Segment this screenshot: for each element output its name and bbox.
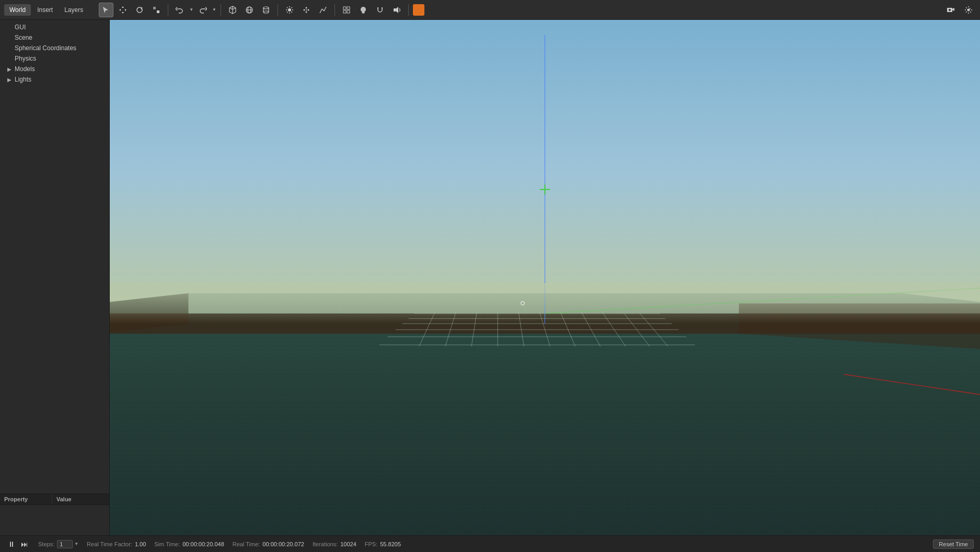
menu-bar: World Insert Layers ▼ [0, 0, 980, 20]
steps-stepper: ▼ [57, 540, 78, 548]
iterations-value: 10024 [340, 541, 356, 547]
undo-dropdown[interactable]: ▼ [189, 7, 193, 12]
pause-control: ⏸ ⏭ [6, 539, 30, 549]
main-content: GUI Scene Spherical Coordinates Physics … [0, 20, 980, 535]
redo-dropdown[interactable]: ▼ [212, 7, 216, 12]
lights-label: Lights [15, 76, 31, 83]
real-time: Real Time: 00:00:00:20.072 [233, 541, 304, 547]
redo-button[interactable] [195, 3, 210, 17]
svg-line-15 [287, 7, 288, 8]
svg-rect-78 [110, 283, 980, 324]
realtime-time-label: Real Time: [233, 541, 260, 547]
toolbar-sep-4 [335, 4, 335, 16]
translate-tool-button[interactable] [116, 3, 130, 17]
steps-control: Steps: ▼ [38, 540, 78, 548]
steps-arrow[interactable]: ▼ [74, 542, 78, 546]
light2-button[interactable] [356, 3, 371, 17]
realtime-time-value: 00:00:00:20.072 [262, 541, 304, 547]
sidebar-item-physics[interactable]: Physics [0, 53, 109, 64]
scene-label: Scene [15, 34, 32, 41]
sidebar-item-lights[interactable]: ▶ Lights [0, 74, 109, 85]
menu-tabs: World Insert Layers [4, 4, 88, 16]
sun-button[interactable] [282, 3, 297, 17]
menu-tab-layers[interactable]: Layers [59, 4, 88, 16]
svg-marker-40 [110, 314, 980, 535]
expand-icon: ▶ [6, 66, 13, 72]
audio-button[interactable] [389, 3, 404, 17]
simtime-value: 00:00:00:20.048 [182, 541, 224, 547]
iterations-label: Iterations: [313, 541, 338, 547]
sidebar-item-models[interactable]: ▶ Models [0, 64, 109, 74]
menu-tab-insert[interactable]: Insert [32, 4, 58, 16]
scale-tool-button[interactable] [149, 3, 164, 17]
sphere-button[interactable] [242, 3, 257, 17]
svg-rect-30 [347, 10, 350, 13]
svg-line-16 [292, 12, 293, 13]
toolbar-sep-1 [168, 4, 168, 16]
steps-input[interactable] [57, 540, 73, 548]
realtime-value: 1.00 [135, 541, 146, 547]
svg-rect-34 [394, 8, 396, 12]
sidebar: GUI Scene Spherical Coordinates Physics … [0, 20, 110, 535]
toolbar: ▼ ▼ [99, 3, 976, 17]
pause-button[interactable]: ⏸ [6, 539, 17, 549]
svg-point-21 [308, 9, 309, 10]
lines-button[interactable] [316, 3, 330, 17]
iterations: Iterations: 10024 [313, 541, 356, 547]
svg-line-18 [287, 12, 288, 13]
camera-button[interactable] [943, 3, 958, 17]
toolbar-sep-3 [278, 4, 278, 16]
fps-label: FPS: [365, 541, 377, 547]
spherical-coordinates-label: Spherical Coordinates [15, 44, 76, 52]
step-next-button[interactable]: ⏭ [19, 539, 30, 549]
viewport[interactable] [110, 20, 980, 535]
svg-point-22 [306, 11, 307, 13]
svg-point-20 [306, 7, 307, 8]
fps: FPS: 55.8205 [365, 541, 401, 547]
status-bar: ⏸ ⏭ Steps: ▼ Real Time Factor: 1.00 Sim … [0, 535, 980, 552]
magnet-button[interactable] [373, 3, 387, 17]
value-column-header: Value [52, 494, 109, 504]
gui-label: GUI [15, 24, 26, 31]
svg-rect-28 [347, 7, 350, 9]
steps-label: Steps: [38, 541, 54, 547]
svg-rect-27 [343, 7, 346, 9]
undo-button[interactable] [172, 3, 187, 17]
svg-rect-2 [157, 10, 159, 13]
properties-panel: Property Value [0, 493, 109, 535]
sim-time: Sim Time: 00:00:00:20.048 [154, 541, 224, 547]
svg-rect-1 [153, 7, 156, 9]
select-tool-button[interactable] [99, 3, 113, 17]
realtime-factor: Real Time Factor: 1.00 [87, 541, 146, 547]
sidebar-item-spherical-coordinates[interactable]: Spherical Coordinates [0, 43, 109, 53]
svg-line-24 [320, 9, 322, 13]
menu-tab-world[interactable]: World [4, 4, 31, 16]
material-button[interactable] [413, 4, 424, 16]
mesh-button[interactable] [339, 3, 354, 17]
property-column-header: Property [0, 494, 52, 504]
svg-point-10 [288, 8, 291, 12]
rotate-tool-button[interactable] [132, 3, 147, 17]
sidebar-tree: GUI Scene Spherical Coordinates Physics … [0, 20, 109, 493]
physics-label: Physics [15, 55, 36, 62]
svg-line-17 [292, 7, 293, 8]
sidebar-item-scene[interactable]: Scene [0, 32, 109, 43]
realtime-label: Real Time Factor: [87, 541, 132, 547]
reset-time-button[interactable]: Reset Time [933, 539, 974, 549]
expand-icon: ▶ [6, 76, 13, 83]
sidebar-item-gui[interactable]: GUI [0, 22, 109, 32]
svg-point-36 [967, 8, 970, 11]
svg-rect-31 [362, 13, 365, 14]
simtime-label: Sim Time: [154, 541, 180, 547]
cylinder-button[interactable] [259, 3, 273, 17]
svg-line-26 [324, 7, 326, 11]
viewport-inner [110, 20, 980, 535]
svg-rect-29 [343, 10, 346, 13]
svg-point-35 [949, 9, 951, 11]
box-button[interactable] [225, 3, 240, 17]
svg-point-9 [263, 11, 269, 13]
settings-button[interactable] [961, 3, 976, 17]
toolbar-sep-2 [221, 4, 221, 16]
ground-plane [110, 20, 980, 535]
particle-button[interactable] [299, 3, 314, 17]
